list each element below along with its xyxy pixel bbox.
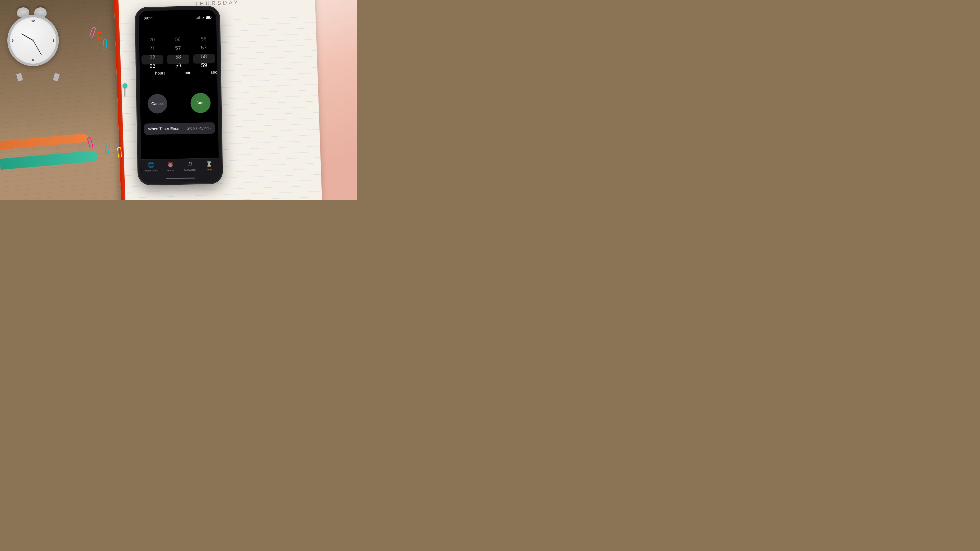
cancel-label: Cancel <box>151 102 164 106</box>
hours-label: hours <box>154 71 165 76</box>
hours-item-20: 20 <box>139 35 165 44</box>
hours-item-21: 21 <box>139 44 165 53</box>
timer-ends-value-group: Stop Playing › <box>187 126 211 131</box>
buttons-row: Cancel Start <box>140 93 218 114</box>
cancel-button[interactable]: Cancel <box>148 94 167 114</box>
clock-area: 12 3 6 9 <box>2 7 78 83</box>
seconds-picker-column[interactable]: 56 57 58 59 sec <box>191 34 217 84</box>
timer-picker[interactable]: 20 21 22 23 hours 56 57 58 59 min <box>139 32 218 87</box>
pushpin <box>123 83 127 97</box>
status-time: 09:11 <box>143 16 153 20</box>
minutes-item-58: 58 <box>165 52 191 62</box>
hours-item-22: 22 <box>139 52 165 62</box>
home-indicator <box>165 178 195 179</box>
seconds-item-58: 58 <box>191 52 217 61</box>
notch <box>160 10 194 17</box>
world-clock-label: World Clock <box>145 169 158 172</box>
start-label: Start <box>196 101 205 105</box>
phone-body: 09:11 ▲ <box>136 6 222 184</box>
timer-ends-value: Stop Playing <box>187 126 209 131</box>
timer-label: Timer <box>206 168 212 171</box>
tab-world-clock[interactable]: 🌐 World Clock <box>142 162 161 172</box>
status-icons: ▲ <box>196 16 211 19</box>
phone-screen: 09:11 ▲ <box>139 10 219 181</box>
when-timer-ends-row[interactable]: When Timer Ends Stop Playing › <box>144 122 215 135</box>
timer-icon: ⏳ <box>206 161 212 167</box>
seconds-label: sec <box>210 70 217 75</box>
minutes-item-56: 56 <box>165 35 191 44</box>
tab-bar: 🌐 World Clock ⏰ Alarm ⏱ Stopwatch ⏳ Time… <box>142 158 219 181</box>
world-clock-icon: 🌐 <box>148 162 154 168</box>
minutes-picker-column[interactable]: 56 57 58 59 min <box>165 35 192 84</box>
stopwatch-label: Stopwatch <box>184 168 196 171</box>
wifi-icon: ▲ <box>201 16 205 19</box>
battery-icon <box>206 16 211 19</box>
minutes-label: min <box>183 70 191 75</box>
seconds-item-56: 56 <box>191 34 216 43</box>
start-button[interactable]: Start <box>191 93 210 113</box>
hours-item-selected: 23 <box>140 62 165 71</box>
chevron-right-icon: › <box>210 126 211 130</box>
stopwatch-icon: ⏱ <box>187 161 192 167</box>
tab-stopwatch[interactable]: ⏱ Stopwatch <box>180 161 200 171</box>
when-timer-ends-label: When Timer Ends <box>148 126 179 131</box>
clock-face: 12 3 6 9 <box>7 15 59 66</box>
phone-wrapper: 09:11 ▲ <box>136 6 222 184</box>
seconds-item-selected: 59 <box>191 60 217 70</box>
seconds-item-57: 57 <box>191 43 217 52</box>
minutes-item-57: 57 <box>165 43 191 52</box>
signal-bars <box>196 16 200 19</box>
alarm-icon: ⏰ <box>167 161 174 168</box>
tab-alarm[interactable]: ⏰ Alarm <box>161 161 180 171</box>
hours-picker-column[interactable]: 20 21 22 23 hours <box>139 35 166 84</box>
minutes-item-selected: 59 <box>165 61 191 70</box>
alarm-label: Alarm <box>167 169 174 171</box>
tab-timer[interactable]: ⏳ Timer <box>199 160 219 171</box>
